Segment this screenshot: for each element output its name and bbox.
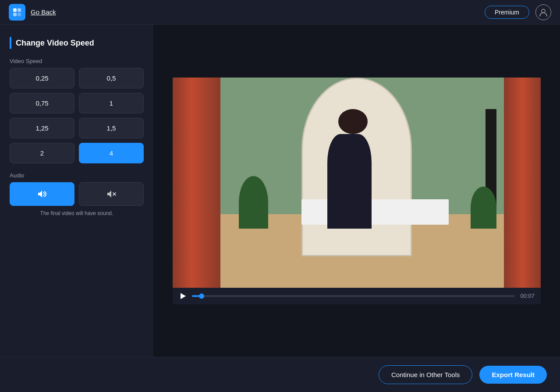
speed-btn-4[interactable]: 4 bbox=[79, 143, 144, 163]
plant-left bbox=[239, 176, 268, 229]
audio-mute-button[interactable] bbox=[79, 182, 144, 206]
speed-btn-2[interactable]: 2 bbox=[10, 143, 74, 163]
audio-grid bbox=[10, 182, 144, 206]
svg-marker-6 bbox=[107, 191, 111, 198]
sidebar-title: Change Video Speed bbox=[16, 39, 94, 48]
person-head bbox=[338, 109, 368, 134]
speed-grid: 0,25 0,5 0,75 1 1,25 1,5 2 4 bbox=[10, 68, 144, 163]
speed-btn-075[interactable]: 0,75 bbox=[10, 93, 74, 113]
continue-other-tools-button[interactable]: Continue in Other Tools bbox=[379, 365, 472, 384]
svg-marker-9 bbox=[181, 293, 186, 299]
desk bbox=[301, 199, 449, 225]
export-result-button[interactable]: Export Result bbox=[479, 366, 547, 384]
svg-point-4 bbox=[542, 9, 545, 13]
audio-on-button[interactable] bbox=[10, 182, 74, 206]
svg-rect-0 bbox=[13, 8, 17, 12]
speed-btn-025[interactable]: 0,25 bbox=[10, 68, 74, 88]
speed-btn-1[interactable]: 1 bbox=[79, 93, 144, 113]
audio-label: Audio bbox=[10, 172, 144, 179]
time-display: 00:07 bbox=[520, 293, 535, 299]
video-scene bbox=[173, 78, 541, 288]
main-layout: Change Video Speed Video Speed 0,25 0,5 … bbox=[0, 25, 560, 357]
curtain-left bbox=[173, 78, 220, 288]
header-right: Premium bbox=[485, 4, 551, 20]
progress-thumb bbox=[199, 293, 204, 299]
progress-bar[interactable] bbox=[192, 295, 515, 297]
speed-btn-125[interactable]: 1,25 bbox=[10, 118, 74, 138]
svg-rect-1 bbox=[18, 8, 21, 12]
audio-note: The final video will have sound. bbox=[10, 210, 144, 216]
speed-btn-05[interactable]: 0,5 bbox=[79, 68, 144, 88]
video-wrapper: 00:07 bbox=[153, 25, 560, 357]
user-avatar[interactable] bbox=[535, 4, 551, 20]
play-button[interactable] bbox=[179, 292, 187, 300]
curtain-right bbox=[504, 78, 541, 288]
plant-right bbox=[471, 187, 496, 229]
speed-btn-15[interactable]: 1,5 bbox=[79, 118, 144, 138]
video-speed-label: Video Speed bbox=[10, 58, 144, 64]
svg-rect-3 bbox=[18, 13, 21, 16]
audio-section: Audio bbox=[10, 172, 144, 216]
sidebar-accent bbox=[10, 37, 11, 49]
video-container: 00:07 bbox=[173, 78, 541, 304]
svg-rect-2 bbox=[13, 13, 17, 16]
video-frame bbox=[173, 78, 541, 288]
go-back-link[interactable]: Go Back bbox=[31, 8, 56, 16]
header-left: Go Back bbox=[9, 4, 56, 21]
progress-fill bbox=[192, 295, 202, 297]
person-silhouette bbox=[327, 134, 372, 229]
bottom-bar: Continue in Other Tools Export Result bbox=[0, 357, 560, 392]
app-logo bbox=[9, 4, 25, 21]
video-controls: 00:07 bbox=[173, 288, 541, 304]
header: Go Back Premium bbox=[0, 0, 560, 25]
premium-button[interactable]: Premium bbox=[485, 6, 529, 19]
video-speed-section: Video Speed 0,25 0,5 0,75 1 1,25 1,5 2 4 bbox=[10, 58, 144, 163]
svg-marker-5 bbox=[38, 191, 42, 198]
sidebar-title-bar: Change Video Speed bbox=[10, 37, 144, 49]
sidebar: Change Video Speed Video Speed 0,25 0,5 … bbox=[0, 25, 153, 357]
content-area: 00:07 bbox=[153, 25, 560, 357]
